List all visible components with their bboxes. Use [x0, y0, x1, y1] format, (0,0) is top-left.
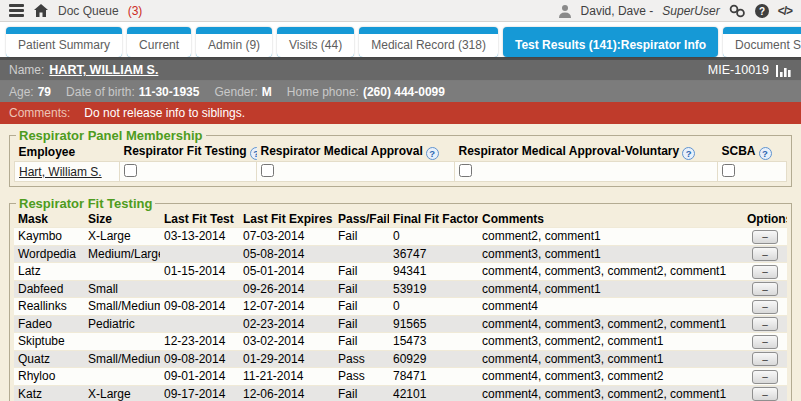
pass-fail-cell: Fail: [334, 263, 389, 281]
comments-bar: Comments: Do not release info to sibling…: [0, 102, 801, 124]
last-fit-expires-cell: 05-01-2014: [239, 263, 334, 281]
respirator-fit-testing-fieldset: Respirator Fit Testing Mask Size Last Fi…: [9, 196, 792, 401]
help-icon[interactable]: ?: [250, 147, 257, 160]
respirator-medical-approval-voluntary-checkbox[interactable]: [459, 164, 472, 177]
help-circle-icon[interactable]: ?: [755, 4, 769, 18]
size-cell: X-Large: [84, 385, 160, 401]
size-cell: Small/Medium: [84, 298, 160, 316]
pass-fail-cell: Fail: [334, 385, 389, 401]
last-fit-expires-cell: 09-26-2014: [239, 280, 334, 298]
pass-fail-cell: Fail: [334, 298, 389, 316]
last-fit-expires-cell: 03-02-2014: [239, 333, 334, 351]
comments-cell: comment4, comment3, comment1: [478, 350, 743, 368]
pass-fail-cell: Pass: [334, 350, 389, 368]
row-options-button[interactable]: –: [752, 247, 778, 261]
patient-name-link[interactable]: HART, WILLIAM S.: [49, 63, 158, 77]
user-name[interactable]: David, Dave -: [581, 4, 654, 18]
final-fit-factor-cell: 60929: [389, 350, 478, 368]
row-options-button[interactable]: –: [752, 370, 778, 384]
respirator-fit-testing-checkbox[interactable]: [124, 164, 137, 177]
col-respirator-medical-approval: Respirator Medical Approval?: [257, 143, 455, 162]
employee-link[interactable]: Hart, William S.: [19, 165, 102, 179]
doc-queue-count: (3): [128, 4, 143, 18]
table-row: Dabfeed Small 09-26-2014 Fail 53919 comm…: [14, 280, 787, 298]
tab-visits[interactable]: Visits (44): [277, 27, 354, 57]
fit-testing-legend: Respirator Fit Testing: [16, 196, 155, 211]
pass-fail-cell: Pass: [334, 368, 389, 386]
last-fit-test-cell: 09-01-2014: [160, 368, 239, 386]
mask-cell: Reallinks: [14, 298, 84, 316]
scba-checkbox[interactable]: [722, 164, 735, 177]
size-cell: Pediatric: [84, 315, 160, 333]
tab-document-summary[interactable]: Document Summary (327): [723, 27, 801, 57]
row-options-button[interactable]: –: [752, 282, 778, 296]
col-scba: SCBA?: [718, 143, 787, 162]
size-cell: Small: [84, 280, 160, 298]
mask-cell: Wordpedia: [14, 245, 84, 263]
last-fit-expires-cell: 01-29-2014: [239, 350, 334, 368]
tab-current[interactable]: Current: [127, 27, 191, 57]
phone-label: Home phone:: [287, 85, 359, 99]
help-icon[interactable]: ?: [682, 147, 695, 160]
table-row: Quatz Small/Medium 09-08-2014 01-29-2014…: [14, 350, 787, 368]
menu-icon[interactable]: [9, 4, 24, 17]
home-icon[interactable]: [33, 3, 49, 18]
final-fit-factor-cell: 0: [389, 298, 478, 316]
panel-membership-table: Employee Respirator Fit Testing? Respira…: [14, 143, 787, 182]
final-fit-factor-cell: 91565: [389, 315, 478, 333]
last-fit-test-cell: [160, 315, 239, 333]
row-options-button[interactable]: –: [752, 335, 778, 349]
patient-name-bar: Name: HART, WILLIAM S. MIE-10019: [0, 60, 801, 81]
app-title[interactable]: Doc Queue: [58, 4, 119, 18]
last-fit-expires-cell: 02-23-2014: [239, 315, 334, 333]
comments-cell: comment3, comment2, comment1: [478, 333, 743, 351]
code-icon[interactable]: </>: [778, 4, 792, 18]
table-row: Katz X-Large 09-17-2014 12-06-2014 Fail …: [14, 385, 787, 401]
mask-cell: Rhyloo: [14, 368, 84, 386]
col-mask: Mask: [14, 211, 84, 228]
tab-patient-summary[interactable]: Patient Summary: [6, 27, 122, 57]
last-fit-expires-cell: 12-07-2014: [239, 298, 334, 316]
size-cell: X-Large: [84, 228, 160, 246]
user-icon: [558, 4, 572, 18]
row-options-button[interactable]: –: [752, 230, 778, 244]
tab-test-results-respirator-info[interactable]: Test Results (141):Respirator Info: [503, 27, 718, 57]
col-respirator-medical-approval-voluntary: Respirator Medical Approval-Voluntary?: [455, 143, 718, 162]
table-row: Wordpedia Medium/Large 05-08-2014 36747 …: [14, 245, 787, 263]
row-options-button[interactable]: –: [752, 300, 778, 314]
age-label: Age:: [9, 85, 34, 99]
fit-testing-body: Kaymbo X-Large 03-13-2014 07-03-2014 Fai…: [14, 228, 787, 401]
help-icon[interactable]: ?: [426, 147, 439, 160]
top-app-bar: Doc Queue (3) David, Dave - SuperUser ? …: [0, 0, 801, 22]
comments-cell: comment4, comment3, comment2: [478, 368, 743, 386]
mask-cell: Quatz: [14, 350, 84, 368]
pass-fail-cell: Fail: [334, 333, 389, 351]
pass-fail-cell: [334, 245, 389, 263]
last-fit-test-cell: [160, 245, 239, 263]
mask-cell: Latz: [14, 263, 84, 281]
link-icon[interactable]: [729, 4, 746, 18]
chart-icon[interactable]: [776, 64, 792, 77]
last-fit-test-cell: 09-08-2014: [160, 350, 239, 368]
content-area: Respirator Panel Membership Employee Res…: [0, 124, 801, 401]
row-options-button[interactable]: –: [752, 317, 778, 331]
tab-bar: Patient Summary Current Admin (9) Visits…: [0, 22, 801, 57]
row-options-button[interactable]: –: [752, 265, 778, 279]
col-size: Size: [84, 211, 160, 228]
respirator-medical-approval-checkbox[interactable]: [261, 164, 274, 177]
help-icon[interactable]: ?: [759, 147, 772, 160]
final-fit-factor-cell: 0: [389, 228, 478, 246]
size-cell: [84, 263, 160, 281]
last-fit-test-cell: 09-17-2014: [160, 385, 239, 401]
col-last-fit-expires: Last Fit Expires: [239, 211, 334, 228]
col-employee: Employee: [15, 143, 120, 162]
tab-admin[interactable]: Admin (9): [196, 27, 272, 57]
mask-cell: Kaymbo: [14, 228, 84, 246]
tab-medical-record[interactable]: Medical Record (318): [359, 27, 498, 57]
table-row: Fadeo Pediatric 02-23-2014 Fail 91565 co…: [14, 315, 787, 333]
row-options-button[interactable]: –: [752, 387, 778, 401]
size-cell: [84, 333, 160, 351]
row-options-button[interactable]: –: [752, 352, 778, 366]
final-fit-factor-cell: 78471: [389, 368, 478, 386]
size-cell: [84, 368, 160, 386]
